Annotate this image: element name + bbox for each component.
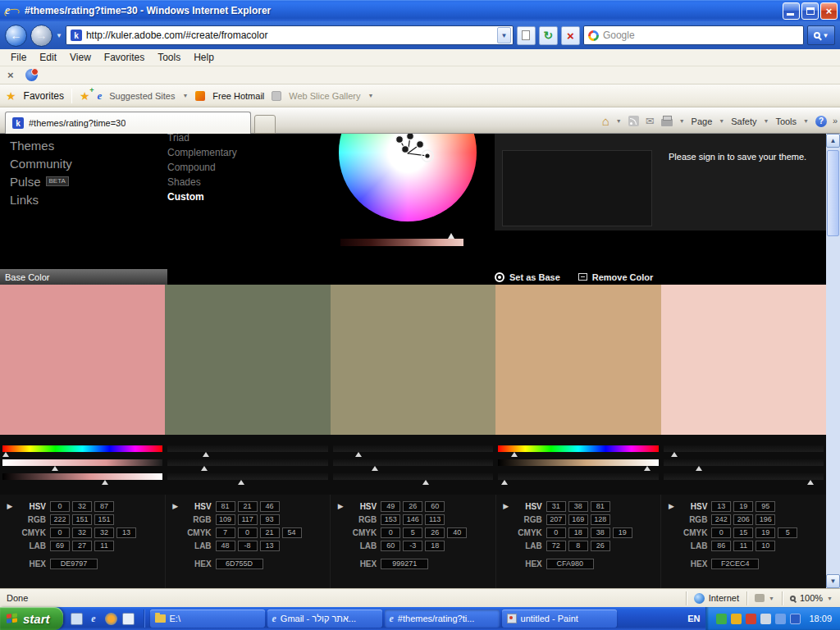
task-paint[interactable]: untitled - Paint	[502, 609, 617, 628]
print-icon[interactable]	[661, 119, 673, 126]
cmyk-value[interactable]: 0	[50, 527, 70, 538]
hsv-value[interactable]: 21	[238, 501, 258, 512]
refresh-button[interactable]: ↻	[539, 26, 558, 45]
web-slice-gallery-button[interactable]: Web Slice Gallery	[289, 91, 360, 101]
cmyk-value[interactable]: 19	[613, 527, 632, 538]
cmyk-value[interactable]: 0	[711, 527, 731, 538]
lab-value[interactable]: 10	[756, 541, 775, 551]
menu-tools[interactable]: Tools	[151, 50, 187, 65]
cmyk-value[interactable]: 32	[94, 527, 114, 538]
rule-compound[interactable]: Compound	[167, 160, 237, 175]
volume-tray-icon[interactable]	[760, 614, 771, 624]
lab-value[interactable]: 86	[711, 541, 731, 551]
swatch-1[interactable]	[165, 285, 330, 435]
network-tray-icon[interactable]	[775, 614, 786, 624]
quick-launch-ie-icon[interactable]: e	[88, 613, 100, 625]
scroll-up-icon[interactable]: ▲	[826, 134, 840, 148]
slider-track[interactable]	[167, 445, 327, 452]
lab-value[interactable]: 11	[733, 541, 753, 551]
mail-icon[interactable]: ✉	[646, 115, 655, 127]
slider-track[interactable]	[333, 445, 493, 452]
help-icon[interactable]: ?	[815, 116, 827, 127]
slider-marker[interactable]	[102, 480, 108, 485]
cmyk-value[interactable]: 15	[733, 527, 753, 538]
swatch-3[interactable]	[495, 285, 660, 435]
expander-icon[interactable]: ▶	[166, 500, 185, 588]
maximize-button[interactable]	[801, 2, 819, 20]
toolbar-overflow-icon[interactable]: »	[833, 116, 838, 126]
update-tray-icon[interactable]	[731, 614, 742, 624]
hsv-value[interactable]: 0	[50, 501, 70, 512]
active-tab[interactable]: k #themes/rating?time=30	[5, 112, 251, 134]
cmyk-value[interactable]: 19	[756, 527, 775, 538]
lab-value[interactable]: 18	[425, 541, 445, 551]
slider-track[interactable]	[333, 459, 493, 466]
home-chevron-icon[interactable]: ▼	[616, 118, 622, 124]
lab-value[interactable]: 60	[381, 541, 400, 551]
slider-marker[interactable]	[355, 452, 362, 457]
cmyk-value[interactable]: 26	[425, 527, 445, 538]
cmyk-value[interactable]: 0	[546, 527, 566, 538]
expander-icon[interactable]: ▶	[0, 500, 20, 588]
zoom-control[interactable]: 100% ▼	[782, 591, 840, 605]
rule-shades[interactable]: Shades	[167, 175, 237, 189]
addon-icon[interactable]	[25, 69, 38, 81]
expander-icon[interactable]: ▶	[496, 500, 516, 588]
slider-marker[interactable]	[372, 466, 378, 471]
hsv-value[interactable]: 49	[381, 501, 400, 512]
set-as-base-button[interactable]: Set as Base	[495, 272, 560, 282]
nav-item-themes[interactable]: Themes	[10, 136, 72, 154]
rgb-value[interactable]: 117	[238, 514, 258, 525]
page-menu-button[interactable]: Page	[692, 116, 713, 126]
hsv-value[interactable]: 87	[94, 501, 114, 512]
cmyk-value[interactable]: 0	[381, 527, 400, 538]
nav-item-links[interactable]: Links	[10, 190, 72, 208]
start-button[interactable]: start	[0, 607, 63, 630]
rgb-value[interactable]: 153	[381, 514, 400, 525]
slider-marker[interactable]	[511, 452, 518, 457]
forward-button[interactable]: →	[30, 25, 52, 47]
hsv-value[interactable]: 60	[425, 501, 445, 512]
rgb-value[interactable]: 146	[403, 514, 422, 525]
rule-complementary[interactable]: Complementary	[167, 145, 237, 160]
task-gmail[interactable]: e Gmail - אתר קולר...	[267, 609, 382, 628]
hex-value[interactable]: CFA980	[546, 559, 594, 569]
free-hotmail-button[interactable]: Free Hotmail	[212, 91, 264, 101]
search-button[interactable]: ▼	[807, 25, 835, 45]
scroll-thumb[interactable]	[827, 150, 839, 236]
safety-menu-button[interactable]: Safety	[731, 116, 756, 126]
hsv-value[interactable]: 81	[591, 501, 610, 512]
task-kuler[interactable]: e #themes/rating?ti...	[385, 609, 500, 628]
web-slice-chevron-icon[interactable]: ▼	[368, 93, 374, 98]
brightness-slider[interactable]	[340, 239, 463, 246]
slider-track[interactable]	[664, 445, 824, 452]
slider-marker[interactable]	[203, 452, 209, 457]
cmyk-value[interactable]: 7	[216, 527, 235, 538]
rule-custom[interactable]: Custom	[167, 189, 237, 204]
slider-marker[interactable]	[807, 480, 814, 485]
cmyk-value[interactable]: 54	[282, 527, 302, 538]
lab-value[interactable]: 13	[260, 541, 280, 551]
minimize-button[interactable]	[783, 2, 800, 20]
hsv-value[interactable]: 95	[756, 501, 775, 512]
slider-marker[interactable]	[52, 466, 58, 471]
suggested-sites-button[interactable]: Suggested Sites	[109, 91, 175, 101]
cmyk-value[interactable]: 13	[116, 527, 136, 538]
menu-view[interactable]: View	[63, 50, 98, 65]
back-button[interactable]: ←	[5, 25, 27, 47]
search-placeholder[interactable]: Google	[603, 30, 799, 41]
url-text[interactable]: http://kuler.adobe.com/#create/fromacolo…	[86, 30, 493, 41]
new-tab-button[interactable]	[254, 115, 276, 134]
language-indicator[interactable]: EN	[682, 614, 705, 623]
nav-item-pulse[interactable]: PulseBETA	[10, 172, 72, 190]
cmyk-value[interactable]: 32	[72, 527, 92, 538]
lab-value[interactable]: 48	[216, 541, 235, 551]
address-field[interactable]: k http://kuler.adobe.com/#create/fromaco…	[66, 25, 514, 45]
swatch-2[interactable]	[331, 285, 495, 435]
protected-mode-segment[interactable]: ▼	[746, 591, 782, 605]
show-desktop-icon[interactable]	[122, 613, 135, 625]
messenger-tray-icon[interactable]	[746, 614, 756, 624]
lab-value[interactable]: 27	[72, 541, 92, 551]
lab-value[interactable]: 72	[546, 541, 566, 551]
hsv-value[interactable]: 26	[403, 501, 422, 512]
